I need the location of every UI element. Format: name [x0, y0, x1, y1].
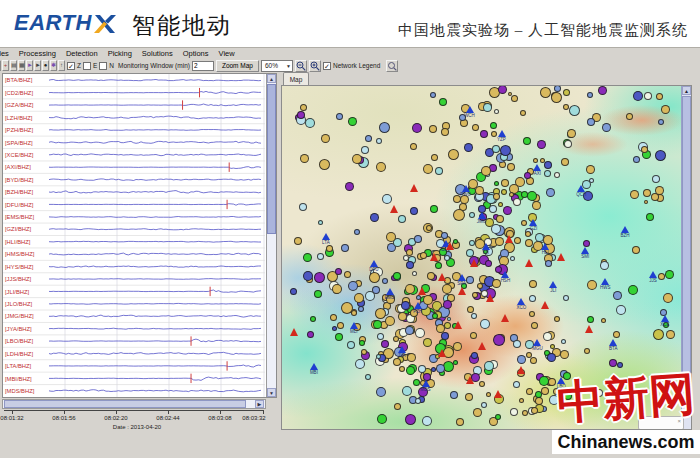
- event-marker[interactable]: [492, 145, 500, 153]
- menu-item-options[interactable]: Options: [183, 49, 209, 59]
- event-marker[interactable]: [369, 272, 380, 283]
- event-marker[interactable]: [361, 349, 367, 355]
- menu-item-picking[interactable]: Picking: [108, 49, 132, 59]
- event-marker[interactable]: [393, 272, 401, 280]
- event-marker[interactable]: [477, 283, 483, 289]
- event-marker[interactable]: [510, 256, 515, 261]
- event-marker[interactable]: [561, 158, 569, 166]
- trace-row[interactable]: [EMS/BHZ]: [5, 214, 261, 220]
- trace-row[interactable]: [CD2/BHZ]: [5, 88, 261, 97]
- event-marker[interactable]: [303, 253, 312, 262]
- event-marker[interactable]: [405, 414, 416, 425]
- event-marker[interactable]: [299, 203, 307, 211]
- event-marker[interactable]: [314, 290, 322, 298]
- event-marker[interactable]: [540, 87, 551, 98]
- event-marker[interactable]: [365, 374, 371, 380]
- event-marker[interactable]: [412, 271, 417, 276]
- event-marker[interactable]: [490, 122, 497, 129]
- trace-row[interactable]: [AXI/BHZ]: [5, 162, 261, 171]
- menu-item-files[interactable]: Files: [0, 49, 9, 59]
- event-marker[interactable]: [351, 310, 357, 316]
- event-marker[interactable]: [441, 128, 449, 136]
- event-marker[interactable]: [480, 319, 490, 329]
- event-marker[interactable]: [480, 130, 488, 138]
- trace-row[interactable]: [HYS/BHZ]: [5, 264, 261, 270]
- event-marker[interactable]: [569, 105, 580, 116]
- event-marker[interactable]: [469, 212, 475, 218]
- tool-button-record-icon[interactable]: ●: [42, 60, 49, 71]
- event-marker[interactable]: [294, 237, 302, 245]
- event-marker[interactable]: [410, 143, 417, 150]
- trace-row[interactable]: [DFU/BHZ]: [5, 200, 261, 209]
- trace-row[interactable]: [LBO/BHZ]: [5, 336, 261, 345]
- red-station-marker[interactable]: [454, 321, 462, 329]
- event-marker[interactable]: [643, 189, 651, 197]
- trace-row[interactable]: [BZH/BHZ]: [5, 189, 261, 195]
- menu-item-view[interactable]: View: [219, 49, 235, 59]
- event-marker[interactable]: [609, 359, 617, 367]
- tool-button-back-arrow-icon[interactable]: ◄: [0, 60, 1, 71]
- event-marker[interactable]: [493, 334, 505, 346]
- event-marker[interactable]: [517, 355, 526, 364]
- event-marker[interactable]: [633, 156, 640, 163]
- event-marker[interactable]: [465, 393, 473, 401]
- event-marker[interactable]: [432, 313, 438, 319]
- network-tool-button[interactable]: [386, 60, 398, 72]
- event-marker[interactable]: [613, 291, 622, 300]
- red-station-marker[interactable]: [541, 301, 549, 309]
- event-marker[interactable]: [448, 149, 459, 160]
- red-station-marker[interactable]: [505, 235, 513, 243]
- event-marker[interactable]: [665, 270, 674, 279]
- trace-row[interactable]: [LDH/BHZ]: [5, 351, 261, 357]
- red-station-marker[interactable]: [525, 259, 533, 267]
- event-marker[interactable]: [529, 311, 535, 317]
- event-marker[interactable]: [600, 261, 609, 270]
- event-marker[interactable]: [347, 341, 355, 349]
- event-marker[interactable]: [529, 280, 537, 288]
- channel-e-checkbox[interactable]: [83, 62, 91, 70]
- scroll-down-icon[interactable]: ▼: [267, 388, 276, 397]
- trace-row[interactable]: [JLO/BHZ]: [5, 301, 261, 307]
- event-marker[interactable]: [525, 239, 533, 247]
- event-marker[interactable]: [519, 398, 524, 403]
- tool-button-play-icon[interactable]: ►: [26, 60, 33, 71]
- event-marker[interactable]: [336, 113, 343, 120]
- event-marker[interactable]: [547, 353, 556, 362]
- event-marker[interactable]: [666, 330, 675, 339]
- event-marker[interactable]: [435, 262, 442, 269]
- event-marker[interactable]: [501, 189, 507, 195]
- event-marker[interactable]: [365, 135, 372, 142]
- event-marker[interactable]: [630, 190, 639, 199]
- event-marker[interactable]: [598, 86, 607, 95]
- event-marker[interactable]: [484, 361, 494, 371]
- trace-row[interactable]: [JJS/BHZ]: [5, 276, 261, 282]
- event-marker[interactable]: [658, 119, 664, 125]
- event-marker[interactable]: [644, 92, 652, 100]
- red-station-marker[interactable]: [410, 184, 418, 192]
- event-marker[interactable]: [587, 118, 595, 126]
- event-marker[interactable]: [348, 117, 357, 126]
- event-marker[interactable]: [567, 129, 576, 138]
- waveform-vscroll-thumb[interactable]: [267, 84, 276, 234]
- red-station-marker[interactable]: [470, 259, 478, 267]
- event-marker[interactable]: [564, 140, 572, 148]
- event-marker[interactable]: [493, 193, 500, 200]
- event-marker[interactable]: [394, 403, 401, 410]
- red-station-marker[interactable]: [494, 390, 502, 398]
- event-marker[interactable]: [354, 229, 360, 235]
- event-marker[interactable]: [494, 181, 499, 186]
- trace-row[interactable]: [GZI/BHZ]: [5, 226, 261, 232]
- network-legend-checkbox[interactable]: ✓: [323, 62, 331, 70]
- event-marker[interactable]: [370, 213, 379, 222]
- event-marker[interactable]: [376, 354, 381, 359]
- event-marker[interactable]: [318, 220, 323, 225]
- event-marker[interactable]: [626, 113, 633, 120]
- event-marker[interactable]: [300, 154, 309, 163]
- event-marker[interactable]: [563, 89, 570, 96]
- event-marker[interactable]: [495, 414, 501, 420]
- event-marker[interactable]: [426, 225, 432, 231]
- waveform-hscrollbar[interactable]: ▶: [2, 399, 266, 409]
- trace-row[interactable]: [JLI/BHZ]: [5, 287, 261, 296]
- event-marker[interactable]: [297, 111, 305, 119]
- red-station-marker[interactable]: [478, 342, 486, 350]
